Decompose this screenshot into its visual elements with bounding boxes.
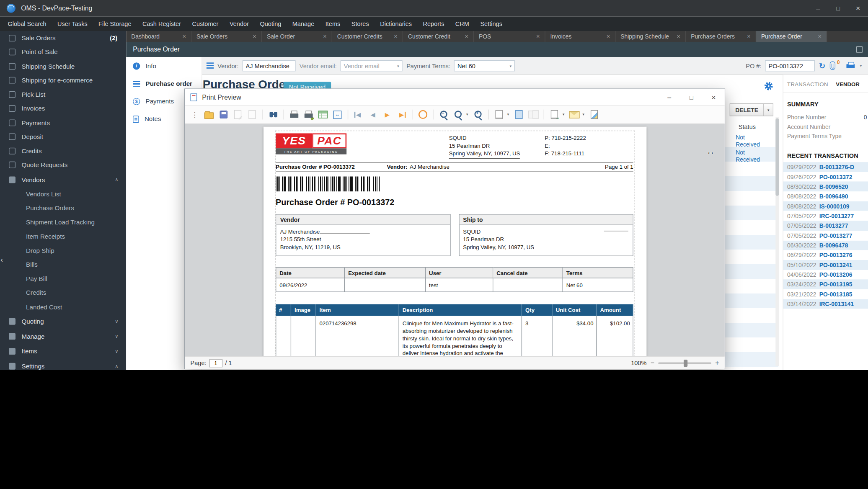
transaction-row[interactable]: 07/05/2022 B-0013277 [783,221,868,230]
multiple-pages-icon[interactable] [493,108,505,121]
magnifier-dropdown-caret-icon[interactable] [465,113,469,116]
transaction-row[interactable]: 05/10/2022 PO-0013241 [783,260,868,270]
tab[interactable]: POS [474,31,545,42]
grid-scrollbar[interactable] [775,117,779,366]
transaction-row[interactable]: 07/05/2022 PO-0013277 [783,231,868,240]
dialog-maximize-button[interactable] [680,89,703,105]
tab-close-icon[interactable] [747,33,751,40]
vendor-input[interactable] [243,60,296,71]
sidebar-section[interactable]: Items [0,344,126,359]
menu-item[interactable]: Vendor [224,17,255,31]
transaction-row[interactable]: 08/30/2022 B-0096520 [783,182,868,191]
print-document-icon[interactable] [288,108,300,121]
transaction-row[interactable]: 03/14/2022 IRC-0013141 [783,299,868,309]
dialog-title-bar[interactable]: Print Preview [185,89,724,106]
menu-item[interactable]: CRM [450,17,475,31]
open-icon[interactable] [203,108,215,121]
email-dropdown-caret-icon[interactable] [582,113,585,116]
sidebar-item[interactable]: Credits [0,144,126,158]
sidebar-subitem[interactable]: Bills [0,257,126,272]
sidebar-subitem[interactable]: Drop Ship [0,243,126,257]
transaction-row[interactable]: 07/05/2022 IRC-0013277 [783,211,868,221]
sidebar-section[interactable]: Manage [0,329,126,344]
sidebar-section-vendors[interactable]: Vendors [0,172,126,187]
transaction-link[interactable]: B-0013277 [819,222,848,229]
zoom-out-icon[interactable] [437,108,450,121]
sidebar-collapse-handle[interactable] [0,255,3,264]
menu-item[interactable]: Settings [475,17,508,31]
sidebar-subitem[interactable]: Purchase Orders [0,201,126,215]
page-color-icon[interactable] [513,108,525,121]
previous-page-icon[interactable] [367,108,379,121]
tab[interactable]: Purchase Orders [686,31,756,42]
transaction-link[interactable]: B-0096478 [819,242,848,249]
transaction-row[interactable]: 04/06/2022 PO-0013206 [783,270,868,279]
export-document-icon[interactable] [548,108,561,121]
minimize-button[interactable] [808,0,828,17]
sidebar-section[interactable]: Quoting [0,314,126,329]
sidebar-subitem[interactable]: Item Receipts [0,229,126,244]
print-icon[interactable] [847,62,855,69]
customize-icon[interactable] [188,108,201,121]
sidebar-section-settings[interactable]: Settings [0,359,126,370]
transaction-row[interactable]: 06/29/2022 PO-0013276 [783,250,868,260]
close-button[interactable] [848,0,868,17]
vendor-email-select[interactable]: Vendor email [341,60,403,71]
po-number-input[interactable] [765,60,815,71]
sidebar-item[interactable]: Quote Requests [0,158,126,172]
sidebar-item[interactable]: Pick List [0,88,126,102]
print-dropdown-caret-icon[interactable] [859,64,863,67]
tab-close-icon[interactable] [182,33,186,40]
transaction-link[interactable]: PO-0013241 [819,262,852,268]
watermark-icon[interactable] [588,108,600,121]
transaction-row[interactable]: 03/24/2022 PO-0013195 [783,280,868,289]
transaction-link[interactable]: PO-0013206 [819,271,852,278]
hand-tool-icon[interactable] [416,108,429,121]
tab[interactable]: Sale Orders [191,31,262,42]
transaction-link[interactable]: B-0013276-D [819,164,854,170]
menu-item[interactable]: Dictionaries [375,17,417,31]
transaction-row[interactable]: 09/29/2022 B-0013276-D [783,162,868,172]
transaction-link[interactable]: PO-0013277 [819,232,852,239]
tab-vendor[interactable]: VENDOR [836,81,860,88]
tab[interactable]: Customer Credits [332,31,403,42]
page-number-input[interactable] [209,359,222,367]
zoom-in-button[interactable] [715,359,719,367]
transaction-link[interactable]: PO-0013195 [819,281,852,288]
transaction-link[interactable]: B-0096520 [819,183,848,190]
preview-area[interactable]: YES PAC THE ART OF PACKAGING SQUID 15 Pe… [185,124,724,356]
menu-item[interactable]: Quoting [254,17,287,31]
pages-dropdown-caret-icon[interactable] [506,113,510,116]
transaction-link[interactable]: PO-0013185 [819,291,852,298]
export-dropdown-caret-icon[interactable] [562,113,565,116]
menu-item[interactable]: File Storage [93,17,137,31]
find-icon[interactable] [267,108,279,121]
transaction-row[interactable]: 03/21/2022 PO-0013185 [783,289,868,299]
transaction-link[interactable]: IS-0000109 [819,203,850,209]
header-expand-icon[interactable] [856,46,863,53]
menu-item[interactable]: Items [320,17,346,31]
tab[interactable]: Purchase Order [756,31,827,42]
sidebar-item[interactable]: Shipping for e-commerce [0,73,126,88]
tab-close-icon[interactable] [394,33,398,40]
sidebar-item[interactable]: Payments [0,116,126,130]
transaction-link[interactable]: PO-0013276 [819,252,852,258]
maximize-button[interactable] [828,0,848,17]
attachments-icon[interactable] [829,62,836,70]
tab[interactable]: Customer Credit [403,31,474,42]
delete-dropdown-caret-icon[interactable] [764,103,773,116]
payment-terms-select[interactable]: Net 60 [454,60,515,71]
nav-item-info[interactable]: Info [126,57,202,75]
tab-close-icon[interactable] [677,33,681,40]
transaction-row[interactable]: 08/08/2022 IS-0000109 [783,201,868,211]
transaction-link[interactable]: PO-0013372 [819,173,852,180]
tab[interactable]: Invoices [545,31,616,42]
sidebar-subitem[interactable]: Landed Cost [0,300,126,314]
zoom-in-icon[interactable] [472,108,484,121]
quick-print-icon[interactable] [302,108,315,121]
transaction-row[interactable]: 08/08/2022 B-0096490 [783,191,868,201]
tab-close-icon[interactable] [253,33,256,40]
tab[interactable]: Sale Order [262,31,332,42]
refresh-icon[interactable] [819,61,826,70]
sidebar-item[interactable]: Invoices [0,101,126,116]
